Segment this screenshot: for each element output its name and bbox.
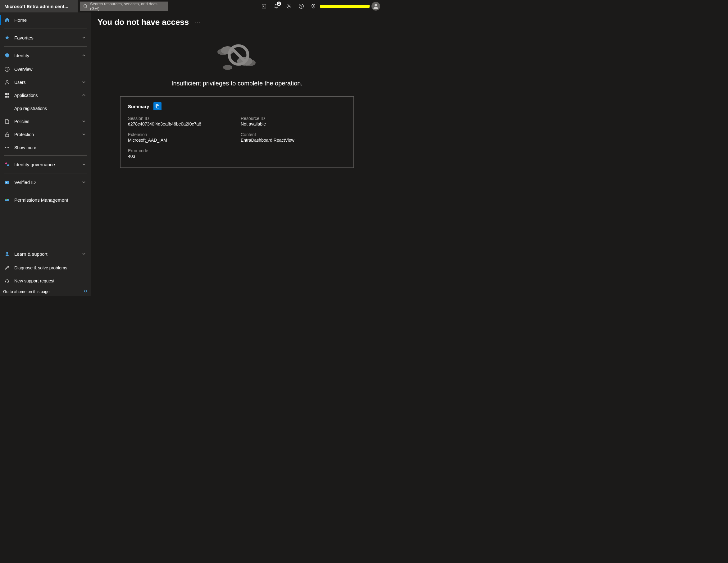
sidebar-item-protection[interactable]: Protection [0,128,91,141]
svg-point-16 [5,147,6,148]
field-resource-id: Resource ID Not available [241,116,346,126]
sidebar-item-label: Learn & support [14,251,82,256]
svg-point-9 [7,68,7,68]
sidebar-item-label: Favorites [14,35,82,40]
gear-icon [286,3,292,9]
sidebar-item-home[interactable]: Home [0,12,91,27]
sidebar-item-label: New support request [14,278,87,284]
sidebar-item-label: Diagnose & solve problems [14,265,87,270]
lock-icon [4,132,10,137]
svg-point-22 [6,182,7,183]
svg-rect-27 [8,281,9,282]
svg-rect-2 [262,4,266,8]
document-icon [4,119,10,124]
svg-point-18 [8,147,9,148]
field-value: 403 [128,154,233,159]
sidebar-item-verified-id[interactable]: Verified ID [0,175,91,189]
field-value: EntraDashboard.ReactView [241,138,346,143]
verified-icon [4,179,10,184]
sidebar-item-identity-governance[interactable]: Identity governance [0,157,91,172]
copy-icon [155,104,160,109]
user-account[interactable] [320,2,383,11]
permissions-icon [4,197,10,202]
search-icon [83,4,88,8]
summary-title: Summary [128,104,149,109]
svg-rect-21 [5,181,9,184]
users-icon [4,80,10,85]
sidebar-item-label: Identity governance [14,162,82,167]
collapse-sidebar-button[interactable] [83,289,88,294]
star-icon [4,35,10,40]
svg-rect-14 [7,96,9,98]
svg-point-5 [313,6,314,7]
sidebar-item-diagnose[interactable]: Diagnose & solve problems [0,261,91,274]
sidebar-item-label: Verified ID [14,179,82,185]
sidebar-item-label: Policies [14,119,82,124]
search-input[interactable]: Search resources, services, and docs (G+… [80,2,168,11]
more-actions-button[interactable]: ··· [195,20,201,25]
identity-icon [4,53,10,58]
svg-rect-26 [5,281,6,282]
chevron-down-icon [82,251,87,256]
svg-rect-15 [6,134,9,137]
sidebar-item-learn-support[interactable]: Learn & support [0,246,91,261]
sidebar-item-label: Show more [14,145,87,150]
summary-panel: Summary Session ID d278c407340f4d3eafb46… [120,96,354,168]
svg-rect-13 [5,96,7,98]
sidebar-item-policies[interactable]: Policies [0,115,91,128]
svg-point-3 [288,6,290,7]
user-email-redacted [320,5,370,8]
support-icon [4,251,10,256]
svg-point-19 [5,162,7,164]
svg-point-24 [6,199,7,200]
sidebar-item-show-more[interactable]: Show more [0,141,91,154]
sidebar-item-label: Users [14,80,82,85]
field-session-id: Session ID d278c407340f4d3eafb46be0a2f0c… [128,116,233,126]
sidebar-item-app-registrations[interactable]: App registrations [0,102,91,115]
sidebar-item-overview[interactable]: Overview [0,63,91,76]
sidebar-item-label: Identity [14,53,82,58]
headset-icon [4,278,10,284]
no-access-icon [215,36,259,74]
copy-button[interactable] [153,102,162,110]
sidebar-item-label: Applications [14,93,82,98]
person-icon [372,3,379,10]
help-icon [298,3,304,9]
page-title: You do not have access [98,17,189,27]
sidebar-item-applications[interactable]: Applications [0,89,91,102]
chevron-up-icon [82,93,87,98]
cloud-shell-button[interactable] [258,0,270,12]
notifications-button[interactable]: 3 [270,0,283,12]
field-value: Not available [241,121,346,126]
svg-point-20 [7,164,9,166]
chevron-down-icon [82,162,87,167]
chevron-double-left-icon [83,289,88,293]
chevron-down-icon [82,35,87,40]
governance-icon [4,162,10,167]
sidebar-item-permissions-management[interactable]: Permissions Management [0,192,91,207]
field-extension: Extension Microsoft_AAD_IAM [128,132,233,143]
sidebar-item-identity[interactable]: Identity [0,48,91,63]
app-title[interactable]: Microsoft Entra admin cent... [0,0,78,12]
error-illustration [98,36,376,74]
chevron-down-icon [82,119,87,124]
sidebar-item-label: Permissions Management [14,197,87,202]
sidebar-item-favorites[interactable]: Favorites [0,30,91,45]
svg-point-0 [84,5,87,7]
svg-point-25 [6,252,8,254]
error-message: Insufficient privileges to complete the … [98,80,376,87]
svg-point-32 [223,65,232,70]
svg-rect-35 [157,105,159,108]
feedback-button[interactable] [307,0,320,12]
sidebar-item-label: Protection [14,132,82,137]
avatar [371,2,380,11]
sidebar-item-label: Overview [14,67,87,72]
svg-line-1 [86,7,88,8]
sidebar-item-users[interactable]: Users [0,76,91,89]
field-label: Extension [128,132,233,137]
help-button[interactable] [295,0,307,12]
settings-button[interactable] [283,0,295,12]
field-value: d278c407340f4d3eafb46be0a2f0c7a6 [128,121,233,126]
sidebar-item-new-support[interactable]: New support request [0,274,91,288]
svg-point-10 [6,80,8,82]
